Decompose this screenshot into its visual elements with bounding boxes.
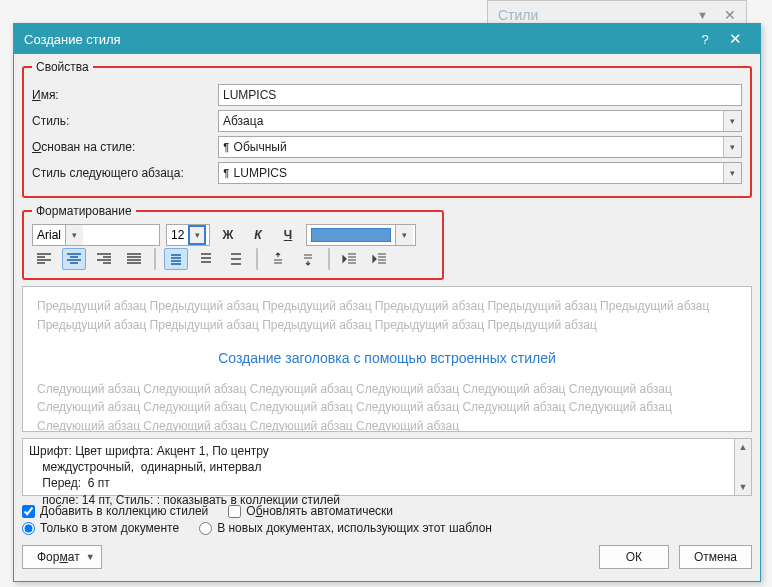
preview-box: Предыдущий абзац Предыдущий абзац Предыд…: [22, 286, 752, 432]
pilcrow-icon: ¶: [223, 167, 230, 179]
space-before-button[interactable]: [266, 248, 290, 270]
scroll-down-icon[interactable]: ▼: [735, 479, 751, 495]
desc-line: Перед: 6 пт: [29, 475, 728, 491]
preview-prev-para: Предыдущий абзац Предыдущий абзац Предыд…: [37, 297, 737, 334]
properties-group: Свойства Имя: Стиль: Абзаца ▾ Основ: [22, 60, 752, 198]
desc-line: Шрифт: Цвет шрифта: Акцент 1, По центру: [29, 443, 728, 459]
preview-sample: Создание заголовка с помощью встроенных …: [37, 348, 737, 370]
name-input[interactable]: [218, 84, 742, 106]
next-style-label: Стиль следующего абзаца:: [32, 166, 218, 180]
chevron-down-icon[interactable]: ▾: [723, 163, 741, 183]
line-spacing-1-button[interactable]: [164, 248, 188, 270]
desc-line: междустрочный, одинарный, интервал: [29, 459, 728, 475]
chevron-down-icon[interactable]: ▾: [395, 225, 413, 245]
name-label: Имя:: [32, 88, 218, 102]
formatting-legend: Форматирование: [32, 204, 136, 218]
chevron-down-icon[interactable]: ▾: [723, 111, 741, 131]
dialog-titlebar: Создание стиля ? ✕: [14, 24, 760, 54]
font-size-combo[interactable]: 12 ▾: [166, 224, 210, 246]
scroll-up-icon[interactable]: ▲: [735, 439, 751, 455]
align-left-button[interactable]: [32, 248, 56, 270]
pilcrow-icon: ¶: [223, 141, 230, 153]
font-color-combo[interactable]: ▾: [306, 224, 416, 246]
separator: [256, 248, 258, 270]
format-button[interactable]: Формат▼: [22, 545, 102, 569]
separator: [154, 248, 156, 270]
line-spacing-2-button[interactable]: [224, 248, 248, 270]
line-spacing-15-button[interactable]: [194, 248, 218, 270]
cancel-button[interactable]: Отмена: [679, 545, 752, 569]
auto-update-checkbox[interactable]: Обновлять автоматически: [228, 504, 393, 518]
preview-next-para: Следующий абзац Следующий абзац Следующи…: [37, 380, 737, 432]
font-size-value: 12: [167, 228, 188, 242]
based-on-label: Основан на стиле:: [32, 140, 218, 154]
separator: [328, 248, 330, 270]
align-right-button[interactable]: [92, 248, 116, 270]
font-value: Arial: [33, 228, 65, 242]
type-label: Стиль:: [32, 114, 218, 128]
ok-button[interactable]: ОК: [599, 545, 669, 569]
new-docs-radio[interactable]: В новых документах, использующих этот ша…: [199, 521, 492, 535]
align-justify-button[interactable]: [122, 248, 146, 270]
scrollbar[interactable]: ▲ ▼: [734, 439, 751, 495]
style-type-select[interactable]: Абзаца ▾: [218, 110, 742, 132]
create-style-dialog: Создание стиля ? ✕ Свойства Имя: Стиль: …: [13, 23, 761, 582]
font-combo[interactable]: Arial ▾: [32, 224, 160, 246]
based-on-value: Обычный: [234, 140, 287, 154]
underline-button[interactable]: Ч: [276, 224, 300, 246]
chevron-down-icon[interactable]: ▾: [65, 225, 83, 245]
description-text: Шрифт: Цвет шрифта: Акцент 1, По центру …: [23, 439, 734, 495]
italic-button[interactable]: К: [246, 224, 270, 246]
next-style-value: LUMPICS: [234, 166, 287, 180]
space-after-button[interactable]: [296, 248, 320, 270]
chevron-down-icon[interactable]: ▾: [188, 225, 206, 245]
align-center-button[interactable]: [62, 248, 86, 270]
dialog-title: Создание стиля: [24, 32, 690, 47]
help-button[interactable]: ?: [690, 32, 720, 47]
close-button[interactable]: ✕: [720, 30, 750, 48]
style-type-value: Абзаца: [223, 114, 263, 128]
formatting-group: Форматирование Arial ▾ 12 ▾ Ж К Ч: [22, 204, 444, 280]
decrease-indent-button[interactable]: [338, 248, 362, 270]
only-this-doc-radio[interactable]: Только в этом документе: [22, 521, 179, 535]
next-style-select[interactable]: ¶ LUMPICS ▾: [218, 162, 742, 184]
chevron-down-icon[interactable]: ▼: [697, 9, 708, 21]
bold-button[interactable]: Ж: [216, 224, 240, 246]
add-to-gallery-checkbox[interactable]: Добавить в коллекцию стилей: [22, 504, 208, 518]
chevron-down-icon[interactable]: ▾: [723, 137, 741, 157]
styles-pane-label: Стили: [498, 7, 538, 23]
properties-legend: Свойства: [32, 60, 93, 74]
increase-indent-button[interactable]: [368, 248, 392, 270]
description-box: Шрифт: Цвет шрифта: Акцент 1, По центру …: [22, 438, 752, 496]
based-on-select[interactable]: ¶ Обычный ▾: [218, 136, 742, 158]
color-swatch: [311, 228, 391, 242]
close-icon[interactable]: ✕: [716, 7, 736, 23]
